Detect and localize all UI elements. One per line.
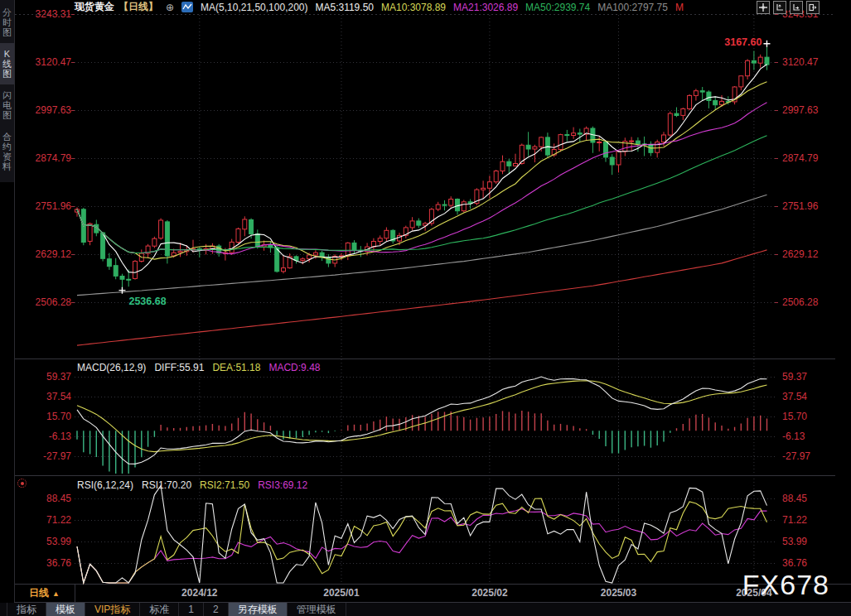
candlestick bbox=[526, 145, 530, 149]
candlestick bbox=[681, 108, 685, 115]
macd-name: MACD(26,12,9) bbox=[77, 362, 146, 373]
toolbar-tab[interactable]: 管理模板 bbox=[288, 603, 346, 616]
candlestick bbox=[313, 253, 317, 255]
axis-tick-label: 3120.47 bbox=[36, 56, 72, 68]
macd-macd-value: MACD:9.48 bbox=[268, 362, 320, 373]
candlestick bbox=[688, 95, 692, 108]
indicator-thumbnail-icon[interactable] bbox=[181, 2, 193, 12]
rsi-panel-header: RSI(6,12,24) RSI1:70.20 RSI2:71.50 RSI3:… bbox=[77, 479, 307, 491]
candlestick bbox=[120, 277, 124, 280]
toolbar-tab[interactable]: 模板 bbox=[46, 603, 85, 616]
axis-tick-label: 88.45 bbox=[782, 493, 807, 504]
candlestick bbox=[107, 259, 111, 267]
sidebar-item-selected[interactable]: K线图 bbox=[0, 43, 14, 84]
candlestick bbox=[662, 135, 666, 142]
axis-tick-label: -27.97 bbox=[43, 450, 71, 462]
y-axis-scale-icon[interactable] bbox=[773, 1, 786, 14]
axis-tick-label: 71.22 bbox=[46, 514, 71, 526]
chart-canvas[interactable]: 3243.313243.313120.473120.472997.632997.… bbox=[0, 0, 851, 616]
candlestick bbox=[700, 91, 704, 92]
rsi-name: RSI(6,12,24) bbox=[77, 479, 133, 491]
candlestick bbox=[178, 252, 182, 253]
watermark-logo: FX678 bbox=[742, 569, 829, 601]
axis-tick-label: 2506.28 bbox=[782, 296, 819, 308]
low-price-annotation: 2536.68 bbox=[128, 296, 166, 307]
axis-tick-label: 59.37 bbox=[46, 371, 71, 383]
axis-tick-label: 88.45 bbox=[46, 493, 71, 504]
ma-value: MA10:3078.89 bbox=[381, 2, 446, 13]
period-label: 日线 bbox=[29, 586, 49, 600]
candlestick bbox=[746, 60, 750, 75]
date-axis-label: 2025/03 bbox=[601, 587, 636, 599]
candlestick bbox=[494, 171, 498, 182]
rsi-settings-icon[interactable] bbox=[17, 479, 27, 488]
axis-tick-label: 53.99 bbox=[782, 536, 807, 547]
chart-type-sidebar: 分时图K线图闪电图合约资料 bbox=[0, 0, 14, 616]
axis-tick-label: -6.13 bbox=[782, 431, 805, 442]
axis-tick-label: -27.97 bbox=[782, 450, 810, 462]
sidebar-item-tab[interactable]: 分时图 bbox=[0, 2, 14, 43]
axis-tick-label: 15.70 bbox=[782, 411, 807, 422]
move-crosshair-icon[interactable] bbox=[757, 1, 770, 14]
candlestick bbox=[456, 200, 460, 211]
high-price-annotation: 3167.60 bbox=[724, 36, 762, 48]
candlestick bbox=[610, 157, 614, 165]
ma-values-group: MA5:3119.50MA10:3078.89MA21:3026.89MA50:… bbox=[315, 2, 690, 13]
ma-value: MA50:2939.74 bbox=[525, 2, 590, 13]
candlestick bbox=[236, 229, 240, 242]
axis-tick-label: -6.13 bbox=[49, 431, 72, 442]
toolbar-tab[interactable]: 指标 bbox=[7, 603, 46, 616]
candlestick bbox=[133, 262, 138, 279]
candlestick bbox=[384, 230, 389, 238]
candlestick bbox=[352, 243, 356, 250]
sidebar-item-tab[interactable]: 合约资料 bbox=[0, 126, 14, 177]
macd-dea-value: DEA:51.18 bbox=[212, 362, 260, 373]
toolbar-tab[interactable]: 标准 bbox=[140, 603, 179, 616]
sidebar-item-tab[interactable]: 闪电图 bbox=[0, 84, 14, 126]
axis-tick-label: 37.54 bbox=[46, 391, 71, 402]
date-axis-label: 2024/12 bbox=[181, 587, 217, 599]
candlestick bbox=[249, 220, 254, 234]
x-axis-scale-icon[interactable] bbox=[790, 1, 803, 14]
candlestick bbox=[255, 234, 259, 248]
candlestick bbox=[436, 205, 440, 209]
instrument-period: 【日线】 bbox=[118, 0, 158, 14]
indicator-toolbar: 指标模板VIP指标标准12另存模板管理模板 bbox=[0, 603, 851, 616]
date-axis-label: 2025/01 bbox=[323, 587, 359, 599]
candlestick bbox=[720, 101, 724, 104]
collapse-pane-icon[interactable] bbox=[806, 1, 820, 14]
candlestick bbox=[127, 279, 131, 280]
axis-tick-label: 71.22 bbox=[782, 514, 807, 526]
candlestick bbox=[630, 141, 634, 142]
ma-value: MA21:3026.89 bbox=[453, 2, 518, 13]
toolbar-tab[interactable]: VIP指标 bbox=[85, 603, 140, 616]
axis-tick-label: 2997.63 bbox=[782, 104, 819, 116]
candlestick bbox=[301, 259, 305, 261]
add-compare-icon[interactable]: ⊕ bbox=[166, 2, 174, 13]
toolbar-tab[interactable]: 另存模板 bbox=[229, 603, 288, 616]
period-selector[interactable]: 日线 ▲ bbox=[14, 585, 75, 602]
axis-tick-label: 2997.63 bbox=[36, 104, 72, 116]
candlestick bbox=[500, 161, 505, 171]
candlestick bbox=[675, 113, 679, 115]
ma-value: M bbox=[675, 2, 684, 13]
candlestick bbox=[410, 221, 414, 228]
date-axis-label: 2025/02 bbox=[471, 587, 507, 599]
candlestick bbox=[533, 147, 537, 149]
candlestick bbox=[514, 164, 518, 166]
toolbar-tab[interactable]: 2 bbox=[204, 603, 229, 616]
candlestick bbox=[752, 60, 756, 63]
candlestick bbox=[307, 255, 312, 259]
candlestick bbox=[114, 266, 118, 277]
candlestick bbox=[165, 222, 169, 256]
candlestick bbox=[616, 152, 621, 165]
axis-tick-label: 2751.96 bbox=[782, 200, 819, 212]
candlestick bbox=[481, 188, 486, 190]
candlestick bbox=[604, 142, 608, 157]
toolbar-tab[interactable]: 1 bbox=[179, 603, 204, 616]
candlestick bbox=[558, 135, 563, 150]
candlestick bbox=[668, 113, 672, 135]
candlestick bbox=[442, 205, 447, 205]
macd-panel-header: MACD(26,12,9) DIFF:55.91 DEA:51.18 MACD:… bbox=[77, 362, 320, 373]
axis-tick-label: 3120.47 bbox=[782, 56, 819, 68]
